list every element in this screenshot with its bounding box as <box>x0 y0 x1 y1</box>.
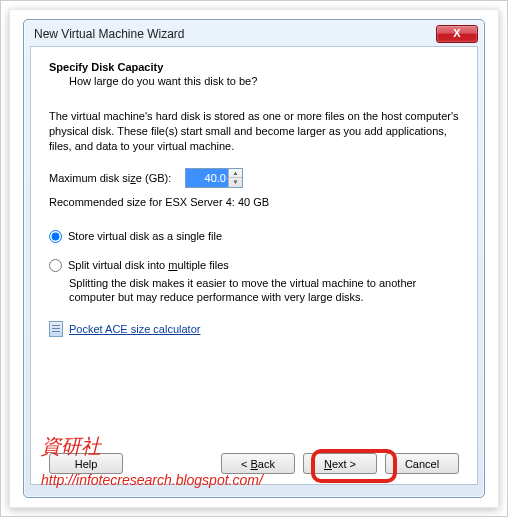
split-hint: Splitting the disk makes it easier to mo… <box>69 276 459 306</box>
close-button[interactable]: X <box>436 25 478 43</box>
spin-down-icon[interactable]: ▼ <box>229 178 242 187</box>
radio-multiple-label: Split virtual disk into multiple files <box>68 259 229 271</box>
watermark-url: http://infotecresearch.blogspot.com/ <box>41 472 263 488</box>
page-heading: Specify Disk Capacity <box>49 61 459 73</box>
button-bar: Help < Back Next > Cancel <box>49 451 459 474</box>
calculator-link-row: Pocket ACE size calculator <box>49 321 459 337</box>
window-title: New Virtual Machine Wizard <box>34 27 185 41</box>
back-button[interactable]: < Back <box>221 453 295 474</box>
wizard-window: New Virtual Machine Wizard X Specify Dis… <box>23 19 485 498</box>
max-size-row: Maximum disk size (GB): ▲ ▼ <box>49 168 459 188</box>
spinner-buttons[interactable]: ▲ ▼ <box>228 169 242 187</box>
next-button[interactable]: Next > <box>303 453 377 474</box>
radio-multiple-files[interactable]: Split virtual disk into multiple files <box>49 259 459 272</box>
radio-multiple-input[interactable] <box>49 259 62 272</box>
calculator-link[interactable]: Pocket ACE size calculator <box>69 323 200 335</box>
watermark-cn: 資研社 <box>41 433 101 460</box>
page-description: The virtual machine's hard disk is store… <box>49 109 459 154</box>
recommended-text: Recommended size for ESX Server 4: 40 GB <box>49 196 459 208</box>
titlebar: New Virtual Machine Wizard X <box>30 26 478 46</box>
radio-single-file[interactable]: Store virtual disk as a single file <box>49 230 459 243</box>
spin-up-icon[interactable]: ▲ <box>229 169 242 179</box>
radio-single-input[interactable] <box>49 230 62 243</box>
radio-single-label: Store virtual disk as a single file <box>68 230 222 242</box>
cancel-button[interactable]: Cancel <box>385 453 459 474</box>
wizard-content: Specify Disk Capacity How large do you w… <box>30 46 478 485</box>
document-icon <box>49 321 63 337</box>
max-size-label: Maximum disk size (GB): <box>49 172 179 184</box>
page-subheading: How large do you want this disk to be? <box>69 75 459 87</box>
